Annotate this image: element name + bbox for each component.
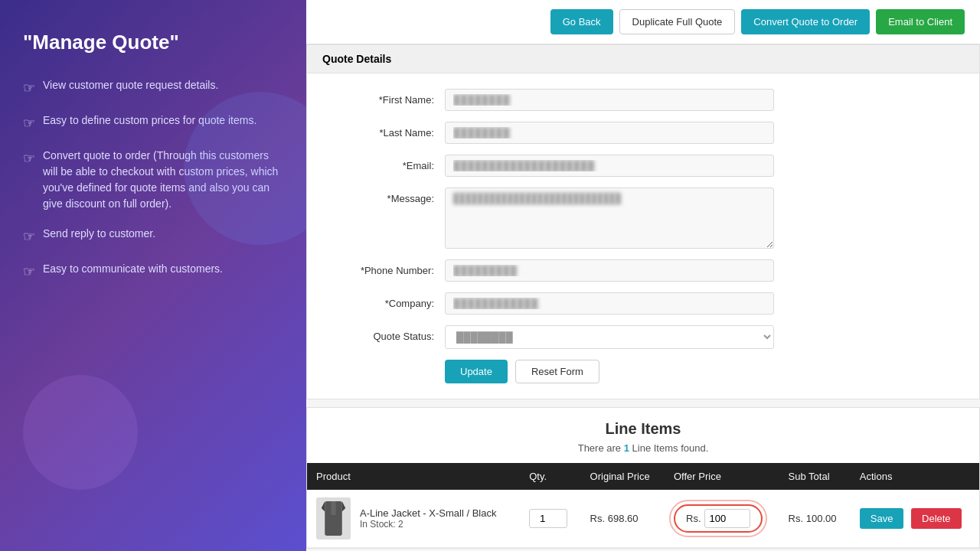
sidebar-title: "Manage Quote" [23,31,283,54]
line-items-title: Line Items [307,408,979,442]
email-input[interactable] [445,155,774,177]
first-name-label: *First Name: [338,89,445,106]
quote-details-panel: Quote Details *First Name: *Last Name: *… [306,44,980,399]
product-cell: A-Line Jacket - X-Small / Black In Stock… [307,490,520,548]
table-body: A-Line Jacket - X-Small / Black In Stock… [307,490,979,548]
product-image-svg [320,501,347,536]
svg-marker-2 [342,501,346,512]
company-row: *Company: [338,292,949,315]
count-prefix: There are [578,442,621,454]
duplicate-button[interactable]: Duplicate Full Quote [619,9,736,34]
col-original-price: Original Price [581,463,665,490]
message-input[interactable]: ████████████████████████████ [445,187,774,249]
table-row: A-Line Jacket - X-Small / Black In Stock… [307,490,979,548]
offer-price-input[interactable] [704,509,750,528]
col-product: Product [307,463,520,490]
email-label: *Email: [338,155,445,171]
offer-price-wrapper: Rs. [674,504,763,533]
svg-marker-1 [322,501,325,512]
email-row: *Email: [338,155,949,177]
feature-text-1: View customer quote request details. [43,77,218,93]
line-items-count: There are 1 Line Items found. [307,442,979,454]
phone-row: *Phone Number: [338,259,949,282]
bullet-icon-1: ☞ [23,78,35,99]
quote-details-header: Quote Details [307,45,979,73]
top-bar: Go Back Duplicate Full Quote Convert Quo… [306,0,980,44]
sub-total-value: Rs. 100.00 [789,513,837,524]
line-items-table: Product Qty. Original Price Offer Price … [307,463,979,548]
original-price-cell: Rs. 698.60 [581,490,665,548]
message-label: *Message: [338,187,445,204]
original-price-value: Rs. 698.60 [590,513,639,524]
col-sub-total: Sub Total [779,463,851,490]
feature-item-5: ☞ Easy to communicate with customers. [23,261,283,282]
qty-cell [520,490,580,548]
col-actions: Actions [851,463,979,490]
count-suffix: Line Items found. [632,442,709,454]
feature-text-2: Easy to define custom prices for quote i… [43,112,256,129]
feature-item-3: ☞ Convert quote to order (Through this c… [23,148,283,212]
feature-text-5: Easy to communicate with customers. [43,261,223,277]
actions-cell: Save Delete [851,490,979,548]
stock-label: In Stock: [360,519,396,530]
phone-input[interactable] [445,259,774,282]
reset-button[interactable]: Reset Form [515,360,599,383]
company-label: *Company: [338,292,445,309]
feature-list: ☞ View customer quote request details. ☞… [23,77,283,282]
first-name-input[interactable] [445,89,774,111]
table-header: Product Qty. Original Price Offer Price … [307,463,979,490]
quote-form: *First Name: *Last Name: *Email: *Messag… [307,73,979,399]
status-label: Quote Status: [338,325,445,342]
last-name-input[interactable] [445,122,774,144]
delete-item-button[interactable]: Delete [911,508,962,529]
phone-label: *Phone Number: [338,259,445,276]
message-row: *Message: ████████████████████████████ [338,187,949,249]
col-offer-price: Offer Price [665,463,779,490]
feature-item-2: ☞ Easy to define custom prices for quote… [23,112,283,134]
feature-item-4: ☞ Send reply to customer. [23,226,283,247]
company-input[interactable] [445,292,774,315]
product-name: A-Line Jacket - X-Small / Black [360,507,496,519]
offer-price-cell: Rs. [665,490,779,548]
bullet-icon-2: ☞ [23,113,35,134]
feature-item-1: ☞ View customer quote request details. [23,77,283,99]
sub-total-cell: Rs. 100.00 [779,490,851,548]
last-name-row: *Last Name: [338,122,949,144]
qty-input[interactable] [529,509,567,528]
stock-value: 2 [398,519,403,530]
product-info: A-Line Jacket - X-Small / Black In Stock… [360,507,496,530]
feature-text-4: Send reply to customer. [43,226,155,242]
update-button[interactable]: Update [445,360,508,383]
count-number: 1 [624,442,629,454]
bullet-icon-5: ☞ [23,262,35,282]
svg-rect-3 [331,501,335,515]
first-name-row: *First Name: [338,89,949,111]
email-button[interactable]: Email to Client [876,9,965,34]
bullet-icon-3: ☞ [23,148,35,169]
last-name-label: *Last Name: [338,122,445,139]
go-back-button[interactable]: Go Back [550,9,613,34]
save-item-button[interactable]: Save [860,508,904,529]
status-row: Quote Status: ████████ [338,325,949,349]
sidebar: "Manage Quote" ☞ View customer quote req… [0,0,306,551]
line-items-section: Line Items There are 1 Line Items found.… [306,407,980,549]
offer-rs-label: Rs. [686,513,701,524]
form-buttons: Update Reset Form [445,360,949,383]
convert-button[interactable]: Convert Quote to Order [741,9,870,34]
main-content: Go Back Duplicate Full Quote Convert Quo… [306,0,980,551]
bullet-icon-4: ☞ [23,227,35,247]
product-thumbnail [316,497,351,540]
product-stock: In Stock: 2 [360,519,496,530]
col-qty: Qty. [520,463,580,490]
status-select[interactable]: ████████ [445,325,774,349]
feature-text-3: Convert quote to order (Through this cus… [43,148,283,212]
